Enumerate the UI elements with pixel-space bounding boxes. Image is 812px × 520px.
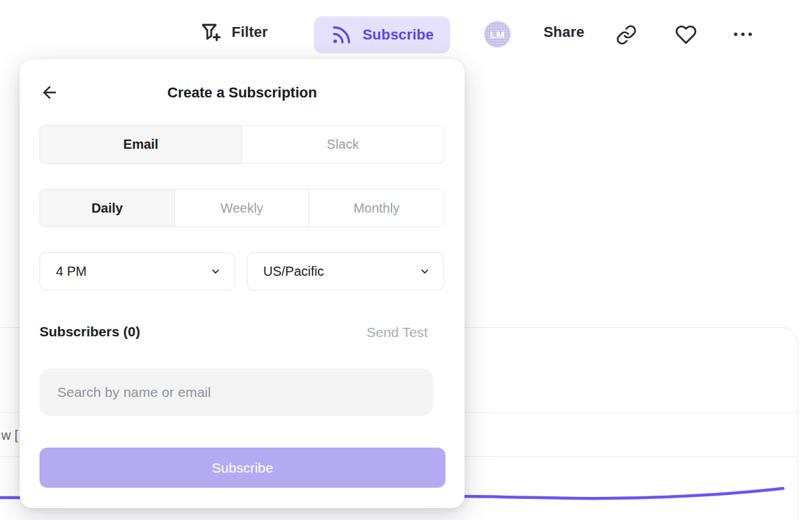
copy-link-button[interactable]: [616, 24, 637, 45]
time-select-value: 4 PM: [56, 264, 87, 279]
tab-slack[interactable]: Slack: [241, 126, 444, 163]
share-button[interactable]: Share: [544, 24, 584, 41]
filter-label: Filter: [232, 24, 268, 41]
tab-daily[interactable]: Daily: [40, 190, 174, 226]
link-icon: [616, 24, 637, 45]
rss-icon: [330, 24, 353, 46]
time-select[interactable]: 4 PM: [39, 252, 235, 290]
frequency-tabs: Daily Weekly Monthly: [39, 189, 444, 227]
favorite-button[interactable]: [675, 24, 697, 45]
subscribe-toolbar-button[interactable]: Subscribe: [314, 16, 450, 53]
timezone-select-value: US/Pacific: [263, 264, 324, 279]
more-options-button[interactable]: [732, 28, 754, 41]
share-label: Share: [544, 24, 584, 41]
timezone-select[interactable]: US/Pacific: [247, 252, 444, 290]
filter-button[interactable]: Filter: [199, 20, 268, 44]
tab-weekly[interactable]: Weekly: [174, 190, 309, 226]
heart-icon: [675, 24, 697, 45]
tab-email[interactable]: Email: [40, 126, 241, 163]
ellipsis-icon: [732, 28, 754, 41]
filter-icon: [199, 20, 223, 44]
chevron-down-icon: [419, 266, 430, 277]
tab-monthly[interactable]: Monthly: [309, 190, 444, 226]
subscriber-search-input[interactable]: [39, 369, 433, 416]
create-subscription-modal: Create a Subscription Email Slack Daily …: [20, 59, 465, 508]
subscribe-label: Subscribe: [363, 26, 434, 43]
channel-tabs: Email Slack: [39, 125, 444, 164]
modal-title: Create a Subscription: [20, 84, 465, 101]
subscribers-count-label: Subscribers (0): [39, 324, 140, 340]
user-avatar[interactable]: LM: [484, 21, 511, 47]
avatar-initials: LM: [490, 29, 505, 40]
send-test-button[interactable]: Send Test: [367, 325, 428, 340]
subscribe-submit-button[interactable]: Subscribe: [39, 448, 445, 488]
chevron-down-icon: [210, 266, 221, 277]
background-partial-text: w [: [1, 428, 18, 443]
